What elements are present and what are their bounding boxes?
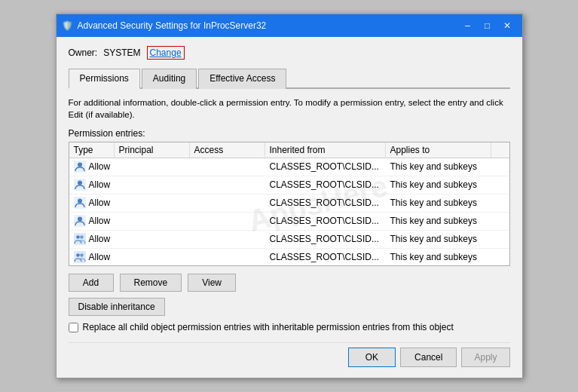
tab-permissions[interactable]: Permissions [69,69,140,89]
window: 🛡️ Advanced Security Settings for InProc… [56,14,523,379]
table-row[interactable]: Allow CLASSES_ROOT\CLSID... This key and… [69,194,509,213]
svg-point-13 [80,254,83,257]
window-icon: 🛡️ [63,20,73,31]
window-title: Advanced Security Settings for InProcSer… [78,20,267,31]
footer-row: OK Cancel Apply [69,342,510,369]
disable-inheritance-button[interactable]: Disable inheritance [69,298,165,316]
user-icon [74,161,86,173]
col-type: Type [69,142,115,158]
svg-point-1 [78,163,82,167]
cell-inherited: CLASSES_ROOT\CLSID... [265,250,386,264]
add-button[interactable]: Add [69,274,114,292]
checkbox-label: Replace all child object permission entr… [83,322,454,334]
maximize-button[interactable]: □ [479,19,497,32]
cell-access [190,256,265,259]
table-row[interactable]: Allow CLASSES_ROOT\CLSID... This key and… [69,213,509,231]
cell-principal [115,201,190,204]
table-row[interactable]: Allow CLASSES_ROOT\CLSID... This key and… [69,158,509,176]
svg-point-3 [78,181,82,185]
cell-type: Allow [69,177,115,192]
cell-access [190,165,265,168]
title-bar: 🛡️ Advanced Security Settings for InProc… [57,14,522,37]
close-button[interactable]: ✕ [498,19,516,32]
user-icon [74,197,86,209]
svg-rect-8 [74,233,86,245]
cell-applies: This key and subkeys [386,232,491,246]
cell-applies: This key and subkeys [386,160,491,173]
cell-principal [115,219,190,222]
title-controls: – □ ✕ [459,19,516,32]
svg-point-9 [76,236,79,239]
cancel-button[interactable]: Cancel [400,348,457,367]
col-access: Access [190,142,265,158]
table-row[interactable]: Allow CLASSES_ROOT\CLSID... This key and… [69,249,509,266]
cell-type: Allow [69,231,115,247]
table-row[interactable]: Allow CLASSES_ROOT\CLSID... This key and… [69,231,509,249]
cell-type: Allow [69,195,115,210]
cell-type: Allow [69,159,115,174]
cell-type: Allow [69,213,115,228]
user-group-icon [74,233,86,245]
cell-principal [115,183,190,186]
cell-access [190,219,265,222]
permissions-table: AppsHere Type Principal Access Inherited… [69,142,510,266]
cell-inherited: CLASSES_ROOT\CLSID... [265,178,386,191]
cell-inherited: CLASSES_ROOT\CLSID... [265,196,386,210]
remove-button[interactable]: Remove [120,274,182,292]
svg-point-7 [78,217,82,222]
info-text: For additional information, double-click… [69,96,510,121]
svg-point-12 [76,254,79,257]
replace-permissions-checkbox[interactable] [69,323,78,332]
tabs: Permissions Auditing Effective Access [69,67,510,89]
minimize-button[interactable]: – [459,19,477,32]
tab-auditing[interactable]: Auditing [142,69,197,89]
col-principal: Principal [115,142,190,158]
user-icon [74,215,86,227]
owner-label: Owner: [69,47,98,58]
cell-access [190,237,265,240]
actions-row: Add Remove View [69,274,510,292]
cell-applies: This key and subkeys [386,178,491,191]
owner-value: SYSTEM [103,47,140,58]
tab-effective-access[interactable]: Effective Access [198,69,286,89]
cell-type: Allow [69,250,115,265]
cell-principal [115,165,190,168]
svg-point-10 [80,236,83,239]
checkbox-row: Replace all child object permission entr… [69,322,510,334]
table-row[interactable]: Allow CLASSES_ROOT\CLSID... This key and… [69,176,509,194]
user-icon [74,179,86,191]
cell-applies: This key and subkeys [386,250,491,264]
content-area: Owner: SYSTEM Change Permissions Auditin… [57,37,522,378]
user-group-icon [74,251,86,263]
cell-inherited: CLASSES_ROOT\CLSID... [265,160,386,173]
view-button[interactable]: View [188,274,236,292]
cell-access [190,183,265,186]
cell-principal [115,256,190,259]
change-link[interactable]: Change [147,46,185,60]
svg-rect-11 [74,251,86,263]
title-bar-left: 🛡️ Advanced Security Settings for InProc… [63,20,267,31]
svg-point-5 [78,199,82,204]
table-header: Type Principal Access Inherited from App… [69,142,509,158]
cell-inherited: CLASSES_ROOT\CLSID... [265,214,386,228]
disable-inheritance-row: Disable inheritance [69,298,510,322]
col-applies: Applies to [386,142,491,158]
cell-principal [115,237,190,240]
col-inherited: Inherited from [265,142,386,158]
owner-row: Owner: SYSTEM Change [69,46,510,60]
apply-button[interactable]: Apply [461,348,509,367]
cell-applies: This key and subkeys [386,196,491,210]
cell-applies: This key and subkeys [386,214,491,228]
ok-button[interactable]: OK [348,348,396,367]
cell-inherited: CLASSES_ROOT\CLSID... [265,232,386,246]
section-label: Permission entries: [69,128,510,139]
cell-access [190,201,265,204]
